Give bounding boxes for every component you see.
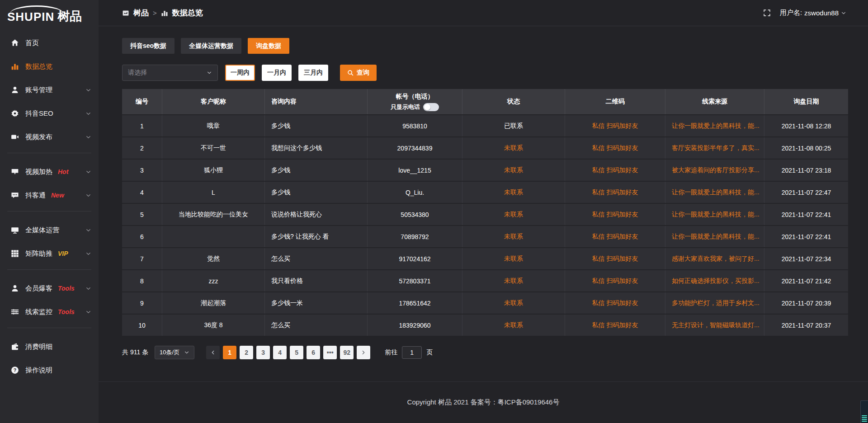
content: 抖音seo数据 全媒体运营数据 询盘数据 请选择 一周内 一月内 三月内 查询 (99, 26, 868, 381)
sidebar-item-chat[interactable]: 抖客通 New (0, 185, 99, 206)
cell-source-link[interactable]: 客厅安装投影半年多了，真实... (665, 137, 764, 159)
cell-source-link[interactable]: 感谢大家喜欢我家，被问了好... (665, 248, 764, 269)
cell-content: 多少钱 (265, 182, 368, 203)
sidebar-divider (7, 328, 91, 328)
table-row-5: 5 当地比较能吃的一位美女 说说价格让我死心 50534380 未联系 私信 扫… (122, 203, 848, 225)
page-number: 3 (261, 349, 265, 356)
monitor-icon (11, 226, 19, 234)
cell-qrcode-link[interactable]: 私信 扫码加好友 (565, 204, 665, 225)
next-page-button[interactable] (357, 346, 370, 359)
page-button-2[interactable]: 2 (240, 346, 253, 359)
sidebar-item-gear[interactable]: 抖音SEO (0, 103, 99, 124)
bottom-right-widget[interactable] (860, 400, 868, 423)
breadcrumb-root[interactable]: 树品 (133, 8, 149, 18)
cell-no: 10 (122, 315, 162, 336)
sidebar-item-grid[interactable]: 矩阵助推 VIP (0, 243, 99, 264)
cell-source-link[interactable]: 无主灯设计，智能磁吸轨道灯... (665, 315, 764, 336)
tab-0[interactable]: 抖音seo数据 (122, 38, 175, 54)
sidebar-menu: 首页 数据总览 账号管理 抖音SEO 视频发布 视频加热 Hot 抖客通 New… (0, 26, 99, 381)
user-menu[interactable]: 用户名: zswodun88 (780, 9, 846, 17)
phone-only-toggle[interactable] (423, 103, 439, 111)
page-button-1[interactable]: 1 (223, 346, 236, 359)
cell-qrcode-link[interactable]: 私信 扫码加好友 (565, 248, 665, 269)
tab-label: 抖音seo数据 (130, 42, 166, 50)
goto-page-input[interactable] (402, 346, 422, 359)
sidebar-item-question[interactable]: ? 操作说明 (0, 360, 99, 381)
bar-chart-icon (161, 9, 168, 17)
sidebar-item-user[interactable]: 账号管理 (0, 80, 99, 100)
page-button-3[interactable]: 3 (256, 346, 270, 359)
sidebar-item-bar-chart[interactable]: 数据总览 (0, 56, 99, 77)
cell-account: 178651642 (368, 292, 462, 314)
sidebar-item-screen[interactable]: 视频加热 Hot (0, 161, 99, 182)
grid-icon (11, 249, 19, 258)
sidebar-item-wallet[interactable]: 消费明细 (0, 336, 99, 357)
search-icon (347, 70, 354, 76)
cell-account: 70898792 (368, 226, 462, 247)
cell-content: 多少钱一米 (265, 292, 368, 314)
phone-only-toggle-row: 只显示电话 (391, 103, 439, 111)
sidebar-item-video[interactable]: 视频发布 (0, 127, 99, 147)
cell-qrcode-link[interactable]: 私信 扫码加好友 (565, 160, 665, 181)
table-row-7: 7 觉然 怎么买 917024162 未联系 私信 扫码加好友 感谢大家喜欢我家… (122, 247, 848, 269)
cell-qrcode-link[interactable]: 私信 扫码加好友 (565, 137, 665, 159)
sidebar-item-monitor[interactable]: 全媒体运营 (0, 220, 99, 240)
period-button-2[interactable]: 三月内 (298, 65, 328, 81)
cell-source-link[interactable]: 被大家追着问的客厅投影分享... (665, 160, 764, 181)
page-button-92[interactable]: 92 (340, 346, 354, 359)
page-button-4[interactable]: 4 (273, 346, 287, 359)
cell-qrcode-link[interactable]: 私信 扫码加好友 (565, 226, 665, 247)
page-number: 4 (278, 349, 282, 356)
cell-account: Q_Liu. (368, 182, 462, 203)
cell-source-link[interactable]: 如何正确选择投影仪，买投影... (665, 270, 764, 291)
cell-qrcode-link[interactable]: 私信 扫码加好友 (565, 115, 665, 136)
table-row-6: 6 多少钱? 让我死心 看 70898792 未联系 私信 扫码加好友 让你一眼… (122, 225, 848, 247)
cell-qrcode-link[interactable]: 私信 扫码加好友 (565, 270, 665, 291)
filter-select[interactable]: 请选择 (122, 65, 218, 81)
cell-content: 多少钱 (265, 115, 368, 136)
cell-qrcode-link[interactable]: 私信 扫码加好友 (565, 292, 665, 314)
sidebar-item-home[interactable]: 首页 (0, 33, 99, 53)
cell-content: 说说价格让我死心 (265, 204, 368, 225)
cell-qrcode-link[interactable]: 私信 扫码加好友 (565, 182, 665, 203)
cell-nickname: 狐小狸 (162, 160, 265, 181)
cell-source-link[interactable]: 多功能护栏灯，适用于乡村文... (665, 292, 764, 314)
page-button-6[interactable]: 6 (307, 346, 320, 359)
logo-arc (10, 5, 63, 14)
cell-source-link[interactable]: 让你一眼就爱上的黑科技，能... (665, 182, 764, 203)
sidebar-item-member[interactable]: 会员爆客 Tools (0, 278, 99, 299)
page-size-select[interactable]: 10条/页 (155, 346, 194, 359)
fullscreen-icon[interactable] (763, 9, 771, 17)
page-button-•••[interactable]: ••• (323, 346, 337, 359)
phone-toggle-label: 只显示电话 (391, 103, 420, 111)
cell-account: 572803371 (368, 270, 462, 291)
prev-page-button[interactable] (206, 346, 220, 359)
period-label: 一月内 (267, 69, 286, 77)
app-root: SHUPIN 树品 首页 数据总览 账号管理 抖音SEO 视频发布 视频加热 H… (0, 0, 868, 423)
search-button[interactable]: 查询 (340, 65, 377, 81)
tab-1[interactable]: 全媒体运营数据 (181, 38, 241, 54)
cell-status: 未联系 (462, 204, 565, 225)
sidebar-item-badge: Tools (58, 308, 75, 315)
page-button-5[interactable]: 5 (290, 346, 303, 359)
cell-qrcode-link[interactable]: 私信 扫码加好友 (565, 315, 665, 336)
cell-source-link[interactable]: 让你一眼就爱上的黑科技，能... (665, 226, 764, 247)
period-button-1[interactable]: 一月内 (262, 65, 292, 81)
tab-2[interactable]: 询盘数据 (248, 38, 289, 54)
chevron-down-icon (85, 193, 91, 198)
cell-status: 未联系 (462, 182, 565, 203)
cell-nickname: 哦章 (162, 115, 265, 136)
sidebar-item-sliders[interactable]: 线索监控 Tools (0, 301, 99, 322)
chevron-down-icon (85, 111, 91, 117)
cell-source-link[interactable]: 让你一眼就爱上的黑科技，能... (665, 204, 764, 225)
cell-source-link[interactable]: 让你一眼就爱上的黑科技，能... (665, 115, 764, 136)
period-button-0[interactable]: 一周内 (225, 65, 255, 81)
logo: SHUPIN 树品 (0, 0, 99, 26)
cell-date: 2021-11-07 22:47 (764, 182, 848, 203)
cell-account: 9583810 (368, 115, 462, 136)
screen-icon (11, 168, 19, 176)
copyright-text: Copyright 树品 2021 备案号：粤ICP备09019646号 (407, 398, 560, 407)
breadcrumb-current: 数据总览 (172, 8, 203, 18)
chevron-down-icon (85, 87, 91, 93)
sidebar-divider (7, 153, 91, 153)
